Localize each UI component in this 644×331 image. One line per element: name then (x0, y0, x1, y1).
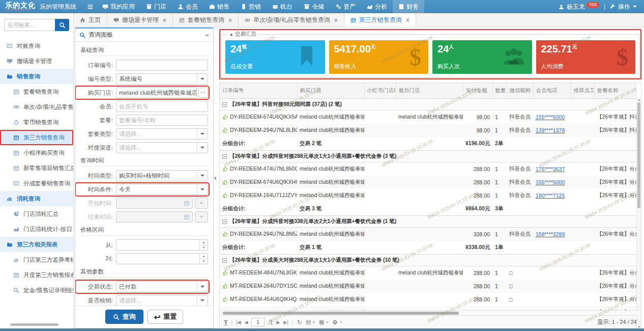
nav-item-2[interactable]: 会员 (172, 0, 203, 13)
spinner-buttons[interactable]: ▲▼ (199, 240, 208, 250)
nav-item-4[interactable]: 营销 (235, 0, 267, 13)
chevron-down-icon[interactable] (197, 129, 208, 139)
text-input[interactable] (116, 115, 208, 125)
column-header[interactable]: 订单编号 (220, 83, 297, 99)
menu-icon[interactable] (83, 0, 97, 13)
group-header-row[interactable]: −【26年常规】分成抖音对接288元单次1大1小通用票+餐饮代金券 (3 笔) (220, 151, 636, 162)
close-icon[interactable]: × (228, 17, 232, 24)
table-row[interactable]: DY-REDEEM-674U6QIKXHGMLmeland club杭州城西银泰… (220, 176, 636, 189)
collapse-group-icon[interactable]: − (222, 154, 227, 159)
grid-view-icon[interactable]: ▦ (319, 319, 324, 325)
sidebar-item-0[interactable]: 对账查询 (0, 38, 73, 53)
column-header[interactable]: 推荐员工 (571, 83, 594, 99)
select-field[interactable]: 请选择... (116, 142, 208, 153)
sidebar-item-1[interactable]: 撤场退卡管理 (0, 53, 73, 69)
sidebar-item-3[interactable]: 套餐销售查询 (0, 84, 73, 99)
prev-page-button[interactable]: ◀ (244, 320, 248, 325)
table-row[interactable]: DY-REDEEM-474U7NL850Q88meland club杭州城西银泰… (220, 162, 636, 176)
sidebar-item-11[interactable]: 门店消耗汇总 (0, 206, 73, 222)
nav-item-3[interactable]: 销售 (203, 0, 235, 13)
sidebar-item-14[interactable]: 门店第三方差异考核统计 (0, 252, 73, 267)
chevron-down-icon[interactable] (197, 282, 208, 292)
select-field[interactable]: 请选择... (116, 128, 208, 140)
chevron-down-icon[interactable] (197, 184, 208, 195)
spin-down-icon[interactable]: ▼ (200, 245, 208, 251)
chevron-down-icon[interactable] (197, 295, 208, 306)
text-field[interactable] (116, 115, 208, 126)
number-input[interactable] (116, 240, 199, 250)
nav-item-0[interactable]: 我的应用 (97, 0, 140, 13)
close-icon[interactable]: × (163, 17, 166, 24)
text-input[interactable] (116, 101, 208, 112)
column-header[interactable]: 套餐名称 (594, 83, 636, 99)
notification-badge[interactable]: 763 (587, 2, 599, 8)
group-header-row[interactable]: −【26年常规】抖音对接98元陪同票 (37店) (2 笔) (220, 99, 636, 111)
close-icon[interactable]: × (406, 17, 409, 24)
calendar-icon[interactable] (181, 212, 192, 222)
table-row[interactable]: MT-REDEEM-484U7NL8GK139meland club杭州城西银泰… (220, 266, 636, 280)
nav-item-1[interactable]: 门店 (140, 0, 172, 13)
text-select-tool-icon[interactable]: T (224, 319, 227, 325)
lookup-field[interactable]: meland club杭州城西银泰城店...等1家 (116, 87, 197, 98)
tab-1[interactable]: 撤场退卡管理× (107, 13, 173, 27)
calendar-icon[interactable] (181, 198, 192, 208)
table-row[interactable]: MT-REDEEM-454U6QIKHQBXLmeland club杭州城西银泰… (220, 293, 636, 306)
number-field[interactable]: ▲▼ (116, 239, 208, 251)
app-search-input[interactable] (4, 19, 55, 31)
group-header-row[interactable]: −【26年常规】分成抖音对接338元单次2大1小通用票+餐饮代金券 (1 笔) (220, 216, 636, 228)
next-page-button[interactable]: ▶ (277, 320, 280, 325)
gear-icon[interactable] (332, 319, 338, 325)
nav-item-7[interactable]: 资产 (330, 0, 361, 13)
tab-4[interactable]: 第三方销售查询× (344, 13, 416, 27)
member-phone-link[interactable]: 155****5000 (536, 179, 565, 185)
member-phone-link[interactable]: 180****7125 (536, 192, 565, 199)
collapse-group-icon[interactable]: − (222, 258, 227, 263)
last-page-button[interactable]: ▶| (284, 320, 288, 325)
sidebar-item-8[interactable]: 新零售项目销售汇总查询 (0, 160, 73, 176)
chevron-down-icon[interactable] (197, 74, 208, 84)
group-header-row[interactable]: −【26年常规】分成美大对接288元单次1大1小通用票+餐饮代金券 (10 笔) (220, 255, 636, 266)
chevron-down-icon[interactable] (197, 171, 208, 181)
tab-0[interactable]: 主页 (74, 13, 107, 27)
spin-up-icon[interactable]: ▲ (200, 240, 208, 245)
text-field[interactable] (116, 60, 208, 71)
chevron-down-icon[interactable] (197, 143, 208, 153)
member-phone-link[interactable]: 158****3299 (536, 231, 565, 237)
sidebar-item-16[interactable]: 定金/预售记录明细查询 (0, 283, 73, 298)
column-header[interactable]: 会员电话 (533, 83, 571, 99)
collapse-panel-button[interactable]: « (206, 31, 209, 39)
column-header[interactable]: 购买门店 (297, 83, 364, 99)
text-input[interactable] (116, 60, 208, 70)
more-options-button[interactable]: ··· (198, 88, 208, 98)
tab-3[interactable]: 单次/杂项/礼品零售销售查询× (239, 13, 344, 27)
number-input[interactable] (116, 254, 199, 264)
column-header[interactable]: 最后门店 (396, 83, 463, 99)
select-field[interactable]: 系统编号 (116, 73, 208, 85)
refresh-icon[interactable]: ↻ (297, 319, 302, 326)
first-page-button[interactable]: |◀ (236, 320, 241, 325)
sidebar-horizontal-scrollbar[interactable] (3, 322, 70, 326)
datetime-field[interactable] (116, 198, 193, 209)
close-icon[interactable]: × (334, 17, 338, 24)
actions-menu[interactable]: 操作 (618, 3, 630, 11)
table-row[interactable]: DY-REDEEM-674U6QIKX5AFOmeland club杭州城西银泰… (220, 111, 636, 124)
member-phone-link[interactable]: 155****5000 (536, 114, 565, 120)
sidebar-item-15[interactable]: 月度第三方销售报表-套餐 (0, 267, 73, 283)
member-phone-link[interactable]: 139****1378 (536, 127, 565, 133)
list-view-icon[interactable]: ▤ (306, 319, 311, 325)
nav-item-5[interactable]: 机台 (267, 0, 298, 13)
select-field[interactable]: 请选择... (116, 295, 208, 306)
table-row[interactable]: DY-REDEEM-294U7NL8N5Z33meland club杭州城西银泰… (220, 228, 636, 241)
select-field[interactable]: 今天 (116, 184, 208, 195)
spin-down-icon[interactable]: ▼ (200, 259, 208, 264)
table-row[interactable]: DY-REDEEM-164U71JJZVYDMmeland club杭州城西银泰… (220, 189, 636, 202)
query-button[interactable]: 查询 (105, 310, 143, 324)
sidebar-item-2[interactable]: 销售查询 (0, 69, 73, 84)
spin-up-icon[interactable]: ▲ (200, 254, 208, 259)
column-header[interactable]: 数量 (492, 83, 507, 99)
sidebar-item-7[interactable]: 小程序购买查询 (0, 145, 73, 160)
sidebar-item-5[interactable]: 零币销售查询 (0, 115, 73, 130)
sidebar-item-4[interactable]: 单次/杂项/礼品零售销售查询 (0, 99, 73, 115)
sidebar-item-13[interactable]: 第三方相关报表 (0, 237, 73, 252)
sidebar-item-10[interactable]: 消耗查询 (0, 191, 73, 206)
